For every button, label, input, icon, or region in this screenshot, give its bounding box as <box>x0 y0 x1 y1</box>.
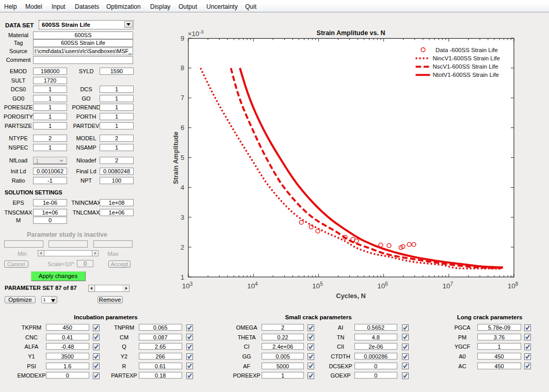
svg-text:5: 5 <box>181 154 184 161</box>
svg-text:Strain Amplitude vs. N: Strain Amplitude vs. N <box>317 29 385 37</box>
svg-text:104: 104 <box>247 281 258 290</box>
svg-text:×10-3: ×10-3 <box>188 29 204 38</box>
svg-text:105: 105 <box>312 281 323 290</box>
svg-text:NscV1-600SS Strain Life: NscV1-600SS Strain Life <box>433 63 498 70</box>
svg-text:7: 7 <box>181 94 184 102</box>
svg-text:NtotV1-600SS Strain Life: NtotV1-600SS Strain Life <box>433 72 499 78</box>
svg-text:108: 108 <box>508 281 519 290</box>
svg-text:3: 3 <box>181 214 184 221</box>
svg-text:103: 103 <box>182 281 193 290</box>
svg-text:Cycles, N: Cycles, N <box>336 292 366 300</box>
svg-text:1: 1 <box>181 273 184 281</box>
svg-text:Strain Amplitude: Strain Amplitude <box>172 132 180 184</box>
svg-text:107: 107 <box>443 281 454 290</box>
svg-text:4: 4 <box>181 184 184 191</box>
svg-text:6: 6 <box>181 124 184 132</box>
svg-text:9: 9 <box>181 35 184 42</box>
svg-text:2: 2 <box>181 243 184 251</box>
svg-text:NincV1-600SS Strain Life: NincV1-600SS Strain Life <box>433 55 500 61</box>
svg-text:106: 106 <box>377 281 388 290</box>
svg-text:Data -600SS Strain Life: Data -600SS Strain Life <box>435 47 498 53</box>
svg-text:8: 8 <box>181 64 184 72</box>
